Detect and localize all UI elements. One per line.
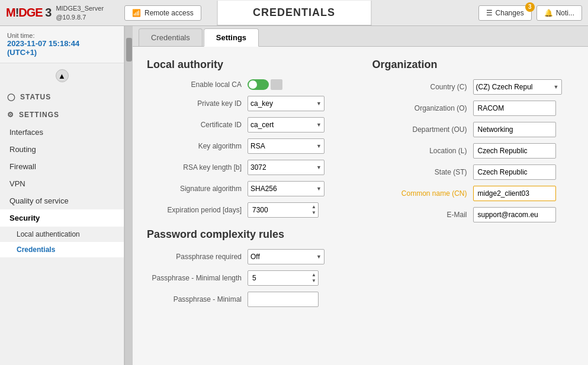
collapse-button[interactable]: ▲ <box>56 69 69 82</box>
settings-icon: ⚙ <box>7 111 14 119</box>
sig-algo-select[interactable]: SHA256 <box>248 181 324 196</box>
email-input[interactable] <box>473 207 556 222</box>
email-control <box>473 207 556 222</box>
content-area: Credentials Settings Local authority Ena… <box>133 26 588 365</box>
dept-label: Department (OU) <box>372 125 473 134</box>
private-key-row: Private key ID ca_key <box>147 96 349 111</box>
page-title: CREDENTIALS <box>217 1 371 25</box>
passphrase-length-down[interactable]: ▼ <box>310 278 317 284</box>
org-input[interactable] <box>473 101 556 116</box>
dept-input[interactable] <box>473 122 556 137</box>
passphrase-required-label: Passphrase required <box>147 253 248 261</box>
tab-settings[interactable]: Settings <box>204 28 259 47</box>
country-label: Country (C) <box>372 83 473 91</box>
page-content: Local authority Enable local CA Private … <box>133 47 588 365</box>
sig-algo-row: Signature algorithm SHA256 <box>147 181 349 196</box>
enable-ca-label: Enable local CA <box>147 80 248 89</box>
sig-algo-control: SHA256 <box>248 181 324 196</box>
sig-algo-label: Signature algorithm <box>147 185 248 193</box>
logo-text: M!DGE 3 <box>6 6 51 20</box>
private-key-select[interactable]: ca_key <box>248 96 324 111</box>
password-title: Password complexity rules <box>147 228 349 241</box>
expiry-down[interactable]: ▼ <box>310 210 317 216</box>
main-layout: Unit time: 2023-11-07 15:18:44 (UTC+1) ▲… <box>0 26 588 365</box>
remote-access-button[interactable]: 📶 Remote access <box>124 5 201 21</box>
enable-ca-toggle[interactable] <box>248 79 282 90</box>
logo: M!DGE 3 MIDGE3_Server @10.9.8.7 <box>0 4 124 21</box>
key-algo-select[interactable]: RSA <box>248 138 324 154</box>
unit-time-label: Unit time: <box>7 32 117 39</box>
rsa-key-control: 3072 <box>248 160 324 175</box>
cert-id-select[interactable]: ca_cert <box>248 117 324 133</box>
common-name-control <box>473 186 556 201</box>
expiry-input[interactable] <box>248 202 319 218</box>
unit-timezone: (UTC+1) <box>7 48 117 57</box>
server-info: MIDGE3_Server @10.9.8.7 <box>56 4 104 21</box>
sidebar-sub-credentials[interactable]: Credentials <box>0 242 124 257</box>
changes-icon: ☰ <box>486 9 493 17</box>
key-algo-label: Key algorithm <box>147 142 248 150</box>
passphrase-minimal-input[interactable] <box>248 292 319 307</box>
status-label: STATUS <box>20 93 51 101</box>
passphrase-length-up[interactable]: ▲ <box>310 272 317 278</box>
sidebar-item-routing[interactable]: Routing <box>0 141 124 158</box>
rsa-key-row: RSA key length [b] 3072 <box>147 160 349 175</box>
status-icon: ◯ <box>7 93 15 101</box>
location-input[interactable] <box>473 143 556 159</box>
noti-label: Noti... <box>556 9 574 17</box>
common-name-label: Common name (CN) <box>372 189 473 198</box>
email-label: E-Mail <box>372 211 473 219</box>
settings-label: SETTINGS <box>19 111 59 119</box>
passphrase-required-control: Off <box>248 249 324 264</box>
passphrase-minimal-label: Passphrase - Minimal <box>147 295 248 303</box>
sidebar-item-vpn[interactable]: VPN <box>0 175 124 192</box>
sidebar-item-qos[interactable]: Quality of service <box>0 192 124 209</box>
passphrase-minimal-control <box>248 292 319 307</box>
expiry-label: Expiration period [days] <box>147 206 248 214</box>
enable-ca-control <box>248 79 282 90</box>
passphrase-minimal-row: Passphrase - Minimal <box>147 292 349 307</box>
sidebar-sub-local-auth[interactable]: Local authentication <box>0 227 124 242</box>
changes-button[interactable]: 3 ☰ Changes <box>478 5 532 21</box>
private-key-label: Private key ID <box>147 99 248 108</box>
passphrase-length-row: Passphrase - Minimal length ▲ ▼ <box>147 270 349 286</box>
passphrase-required-select[interactable]: Off <box>248 249 324 264</box>
state-input[interactable] <box>473 164 556 180</box>
topbar-right: 3 ☰ Changes 🔔 Noti... <box>478 5 588 21</box>
passphrase-length-label: Passphrase - Minimal length <box>147 274 248 282</box>
tabs-bar: Credentials Settings <box>133 26 588 47</box>
remote-access-label: Remote access <box>144 9 194 17</box>
key-algo-row: Key algorithm RSA <box>147 138 349 154</box>
state-control <box>473 164 556 180</box>
changes-badge: 3 <box>525 2 535 12</box>
notifications-button[interactable]: 🔔 Noti... <box>536 5 582 21</box>
dept-control <box>473 122 556 137</box>
toggle-switch[interactable] <box>248 79 269 90</box>
passphrase-length-input[interactable] <box>248 270 319 286</box>
tab-credentials[interactable]: Credentials <box>139 28 203 46</box>
passphrase-length-spinners: ▲ ▼ <box>310 270 317 286</box>
common-name-input[interactable] <box>473 186 556 201</box>
location-label: Location (L) <box>372 147 473 155</box>
rsa-key-select[interactable]: 3072 <box>248 160 324 175</box>
sidebar-item-interfaces[interactable]: Interfaces <box>0 124 124 141</box>
expiry-row: Expiration period [days] ▲ ▼ <box>147 202 349 218</box>
country-select[interactable]: (CZ) Czech Repul <box>473 79 562 95</box>
toggle-off <box>271 79 282 90</box>
passphrase-required-row: Passphrase required Off <box>147 249 349 264</box>
sidebar-scrollbar[interactable] <box>124 26 133 365</box>
org-row: Organization (O) <box>372 101 574 116</box>
expiry-up[interactable]: ▲ <box>310 204 317 210</box>
state-row: State (ST) <box>372 164 574 180</box>
location-control <box>473 143 556 159</box>
cert-id-control: ca_cert <box>248 117 324 133</box>
state-label: State (ST) <box>372 168 473 176</box>
expiry-spinners: ▲ ▼ <box>310 202 317 218</box>
common-name-row: Common name (CN) <box>372 186 574 201</box>
cert-id-row: Certificate ID ca_cert <box>147 117 349 133</box>
local-authority-title: Local authority <box>147 59 349 71</box>
sidebar-item-firewall[interactable]: Firewall <box>0 158 124 175</box>
enable-ca-row: Enable local CA <box>147 79 349 90</box>
sidebar-item-security[interactable]: Security <box>0 209 124 227</box>
country-row: Country (C) (CZ) Czech Repul <box>372 79 574 95</box>
